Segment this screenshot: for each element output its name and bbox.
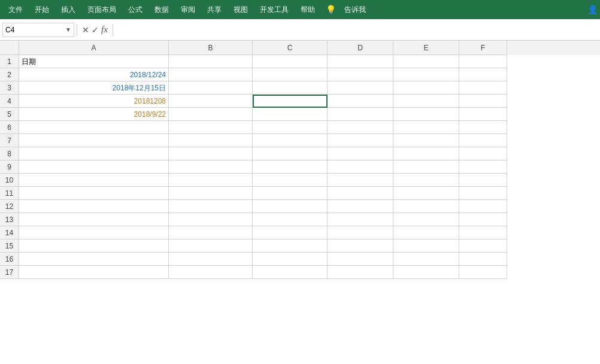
row-header-14[interactable]: 14 xyxy=(0,226,19,239)
col-header-d[interactable]: D xyxy=(328,41,393,55)
cell-12-E[interactable] xyxy=(393,200,459,213)
cell-15-B[interactable] xyxy=(169,239,253,253)
cell-15-C[interactable] xyxy=(253,239,328,253)
cell-11-C[interactable] xyxy=(253,187,328,200)
cell-15-A[interactable] xyxy=(19,239,169,253)
cell-4-D[interactable] xyxy=(328,95,393,108)
cell-15-E[interactable] xyxy=(393,239,459,253)
cell-17-E[interactable] xyxy=(393,266,459,279)
cell-14-F[interactable] xyxy=(459,226,507,239)
cell-2-A[interactable]: 2018/12/24 xyxy=(19,68,169,81)
cell-16-C[interactable] xyxy=(253,253,328,266)
cell-3-F[interactable] xyxy=(459,81,507,95)
cell-5-E[interactable] xyxy=(393,108,459,121)
cell-17-F[interactable] xyxy=(459,266,507,279)
cell-11-F[interactable] xyxy=(459,187,507,200)
cell-1-F[interactable] xyxy=(459,55,507,68)
row-header-8[interactable]: 8 xyxy=(0,147,19,160)
cell-4-F[interactable] xyxy=(459,95,507,108)
cell-6-F[interactable] xyxy=(459,121,507,134)
menu-review[interactable]: 审阅 xyxy=(175,2,201,17)
cell-6-A[interactable] xyxy=(19,121,169,134)
cell-1-E[interactable] xyxy=(393,55,459,68)
cell-13-A[interactable] xyxy=(19,213,169,226)
cell-8-D[interactable] xyxy=(328,147,393,160)
cell-4-A[interactable]: 20181208 xyxy=(19,95,169,108)
cell-12-C[interactable] xyxy=(253,200,328,213)
cell-9-F[interactable] xyxy=(459,160,507,174)
cell-13-B[interactable] xyxy=(169,213,253,226)
cell-1-A[interactable]: 日期 xyxy=(19,55,169,68)
cell-3-A[interactable]: 2018年12月15日 xyxy=(19,81,169,95)
cell-13-F[interactable] xyxy=(459,213,507,226)
cell-9-C[interactable] xyxy=(253,160,328,174)
cell-6-D[interactable] xyxy=(328,121,393,134)
row-header-17[interactable]: 17 xyxy=(0,266,19,279)
cell-17-C[interactable] xyxy=(253,266,328,279)
cell-12-F[interactable] xyxy=(459,200,507,213)
row-header-12[interactable]: 12 xyxy=(0,200,19,213)
cell-6-B[interactable] xyxy=(169,121,253,134)
cell-6-E[interactable] xyxy=(393,121,459,134)
menu-help[interactable]: 帮助 xyxy=(295,2,321,17)
cell-2-B[interactable] xyxy=(169,68,253,81)
cell-12-A[interactable] xyxy=(19,200,169,213)
menu-share[interactable]: 共享 xyxy=(201,2,228,17)
row-header-6[interactable]: 6 xyxy=(0,121,19,134)
menu-home[interactable]: 开始 xyxy=(29,2,55,17)
cell-10-B[interactable] xyxy=(169,174,253,187)
menu-data[interactable]: 数据 xyxy=(149,2,175,17)
cell-3-D[interactable] xyxy=(328,81,393,95)
cell-8-F[interactable] xyxy=(459,147,507,160)
col-header-e[interactable]: E xyxy=(393,41,459,55)
cell-9-E[interactable] xyxy=(393,160,459,174)
cell-8-E[interactable] xyxy=(393,147,459,160)
cell-9-B[interactable] xyxy=(169,160,253,174)
cell-2-F[interactable] xyxy=(459,68,507,81)
cell-15-F[interactable] xyxy=(459,239,507,253)
cell-10-F[interactable] xyxy=(459,174,507,187)
cell-12-D[interactable] xyxy=(328,200,393,213)
cell-9-D[interactable] xyxy=(328,160,393,174)
cell-7-C[interactable] xyxy=(253,134,328,147)
cell-7-E[interactable] xyxy=(393,134,459,147)
cell-7-F[interactable] xyxy=(459,134,507,147)
cell-5-A[interactable]: 2018/9/22 xyxy=(19,108,169,121)
menu-formula[interactable]: 公式 xyxy=(122,2,149,17)
cell-8-C[interactable] xyxy=(253,147,328,160)
col-header-b[interactable]: B xyxy=(169,41,253,55)
cell-3-B[interactable] xyxy=(169,81,253,95)
cell-17-A[interactable] xyxy=(19,266,169,279)
cell-name-box[interactable]: C4 ▼ xyxy=(2,23,74,37)
cell-8-B[interactable] xyxy=(169,147,253,160)
cell-11-A[interactable] xyxy=(19,187,169,200)
cell-5-D[interactable] xyxy=(328,108,393,121)
row-header-1[interactable]: 1 xyxy=(0,55,19,68)
cell-11-B[interactable] xyxy=(169,187,253,200)
row-header-7[interactable]: 7 xyxy=(0,134,19,147)
cell-16-F[interactable] xyxy=(459,253,507,266)
cell-4-C[interactable] xyxy=(253,95,328,108)
col-header-f[interactable]: F xyxy=(459,41,507,55)
cell-6-C[interactable] xyxy=(253,121,328,134)
row-header-13[interactable]: 13 xyxy=(0,213,19,226)
cell-13-D[interactable] xyxy=(328,213,393,226)
cell-16-E[interactable] xyxy=(393,253,459,266)
row-header-15[interactable]: 15 xyxy=(0,239,19,253)
cell-10-A[interactable] xyxy=(19,174,169,187)
cell-14-E[interactable] xyxy=(393,226,459,239)
cell-7-D[interactable] xyxy=(328,134,393,147)
cell-10-C[interactable] xyxy=(253,174,328,187)
cell-16-B[interactable] xyxy=(169,253,253,266)
cell-name-dropdown-icon[interactable]: ▼ xyxy=(65,26,71,33)
cell-10-E[interactable] xyxy=(393,174,459,187)
row-header-9[interactable]: 9 xyxy=(0,160,19,174)
row-header-3[interactable]: 3 xyxy=(0,81,19,95)
cell-14-A[interactable] xyxy=(19,226,169,239)
row-header-10[interactable]: 10 xyxy=(0,174,19,187)
cell-2-E[interactable] xyxy=(393,68,459,81)
formula-input[interactable] xyxy=(114,23,598,37)
cell-15-D[interactable] xyxy=(328,239,393,253)
cell-1-C[interactable] xyxy=(253,55,328,68)
cell-8-A[interactable] xyxy=(19,147,169,160)
